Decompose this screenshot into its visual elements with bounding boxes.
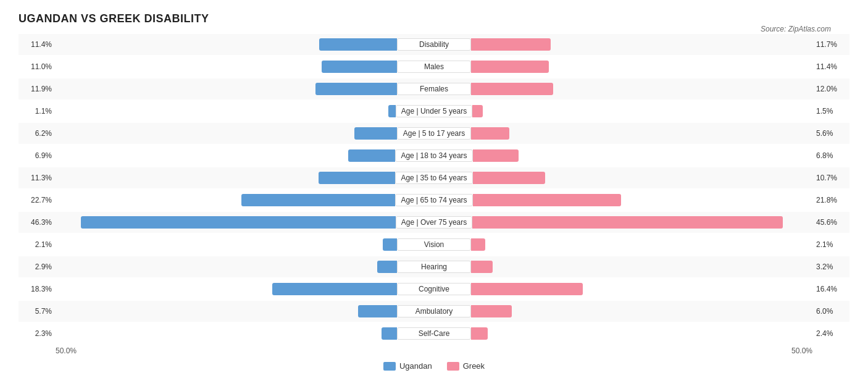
row-label: Females: [397, 83, 471, 95]
legend-ugandan: Ugandan: [383, 361, 432, 371]
left-value: 11.4%: [19, 40, 56, 49]
right-value: 5.6%: [812, 129, 849, 138]
chart-row: 6.9%Age | 18 to 34 years6.8%: [19, 145, 849, 166]
legend-greek-color: [447, 362, 459, 371]
greek-bar: [472, 216, 782, 229]
greek-bar: [471, 127, 509, 140]
right-value: 2.4%: [812, 329, 849, 338]
row-label: Self-Care: [397, 327, 471, 340]
right-value: 45.6%: [812, 218, 849, 227]
greek-bar: [473, 172, 546, 184]
legend-greek-label: Greek: [463, 361, 485, 371]
greek-bar: [471, 83, 553, 95]
chart-row: 5.7%Ambulatory6.0%: [19, 301, 849, 322]
ugandan-bar: [322, 61, 397, 73]
greek-bar: [472, 105, 483, 117]
chart-row: 11.9%Females12.0%: [19, 78, 849, 99]
chart-row: 46.3%Age | Over 75 years45.6%: [19, 212, 849, 233]
left-value: 6.9%: [19, 151, 56, 160]
ugandan-bar: [348, 149, 395, 162]
row-label: Age | Over 75 years: [396, 216, 473, 229]
right-value: 1.5%: [812, 107, 849, 116]
greek-bar: [471, 305, 512, 317]
greek-bar: [473, 194, 621, 206]
ugandan-bar: [241, 194, 396, 206]
chart-row: 2.3%Self-Care2.4%: [19, 323, 849, 344]
greek-bar: [471, 261, 493, 273]
row-label: Hearing: [397, 261, 471, 273]
left-value: 18.3%: [19, 285, 56, 293]
chart-row: 2.9%Hearing3.2%: [19, 256, 849, 277]
right-value: 16.4%: [812, 285, 849, 293]
greek-bar: [473, 149, 519, 162]
row-label: Age | 65 to 74 years: [395, 194, 472, 206]
greek-bar: [471, 283, 583, 295]
chart-row: 11.4%Disability11.7%: [19, 34, 849, 55]
ugandan-bar: [315, 83, 397, 95]
row-label: Vision: [397, 238, 471, 251]
row-label: Disability: [397, 38, 471, 51]
left-value: 46.3%: [19, 218, 56, 227]
legend-greek: Greek: [447, 361, 485, 371]
left-value: 5.7%: [19, 307, 56, 316]
greek-bar: [471, 327, 488, 340]
right-value: 2.1%: [812, 240, 849, 249]
row-label: Age | 18 to 34 years: [395, 149, 472, 162]
source-label: Source: ZipAtlas.com: [761, 25, 831, 33]
chart-row: 11.0%Males11.4%: [19, 56, 849, 77]
right-value: 6.0%: [812, 307, 849, 316]
greek-bar: [471, 238, 485, 251]
chart-row: 2.1%Vision2.1%: [19, 234, 849, 255]
row-label: Age | 35 to 64 years: [395, 172, 472, 184]
greek-bar: [471, 38, 551, 51]
legend-ugandan-color: [383, 362, 396, 371]
left-value: 1.1%: [19, 107, 56, 116]
row-label: Males: [397, 61, 471, 73]
right-value: 11.4%: [812, 62, 849, 71]
left-value: 2.1%: [19, 240, 56, 249]
ugandan-bar: [354, 127, 397, 140]
left-value: 2.3%: [19, 329, 56, 338]
left-value: 11.0%: [19, 62, 56, 71]
right-value: 11.7%: [812, 40, 849, 49]
right-value: 12.0%: [812, 85, 849, 93]
ugandan-bar: [358, 305, 397, 317]
ugandan-bar: [383, 238, 397, 251]
right-value: 6.8%: [812, 151, 849, 160]
left-value: 2.9%: [19, 262, 56, 271]
chart-row: 22.7%Age | 65 to 74 years21.8%: [19, 190, 849, 211]
page-title: UGANDAN VS GREEK DISABILITY: [19, 12, 849, 25]
ugandan-bar: [319, 172, 395, 184]
axis-labels: 50.0% 50.0%: [19, 346, 849, 355]
ugandan-bar: [81, 216, 396, 229]
axis-left-label: 50.0%: [56, 346, 77, 355]
ugandan-bar: [319, 38, 397, 51]
left-value: 6.2%: [19, 129, 56, 138]
legend-ugandan-label: Ugandan: [399, 361, 432, 371]
legend: Ugandan Greek: [19, 361, 849, 371]
right-value: 21.8%: [812, 196, 849, 204]
axis-right-label: 50.0%: [791, 346, 812, 355]
ugandan-bar: [388, 105, 396, 117]
chart-row: 1.1%Age | Under 5 years1.5%: [19, 101, 849, 122]
left-value: 22.7%: [19, 196, 56, 204]
greek-bar: [471, 61, 549, 73]
row-label: Cognitive: [397, 283, 471, 295]
chart-row: 6.2%Age | 5 to 17 years5.6%: [19, 123, 849, 144]
right-value: 3.2%: [812, 262, 849, 271]
row-label: Age | 5 to 17 years: [397, 127, 471, 140]
ugandan-bar: [377, 261, 397, 273]
row-label: Age | Under 5 years: [396, 105, 473, 117]
row-label: Ambulatory: [397, 305, 471, 317]
left-value: 11.3%: [19, 174, 56, 182]
left-value: 11.9%: [19, 85, 56, 93]
chart-row: 18.3%Cognitive16.4%: [19, 279, 849, 300]
ugandan-bar: [382, 327, 397, 340]
chart-row: 11.3%Age | 35 to 64 years10.7%: [19, 167, 849, 188]
ugandan-bar: [272, 283, 397, 295]
chart-container: 11.4%Disability11.7%11.0%Males11.4%11.9%…: [19, 34, 849, 344]
right-value: 10.7%: [812, 174, 849, 182]
